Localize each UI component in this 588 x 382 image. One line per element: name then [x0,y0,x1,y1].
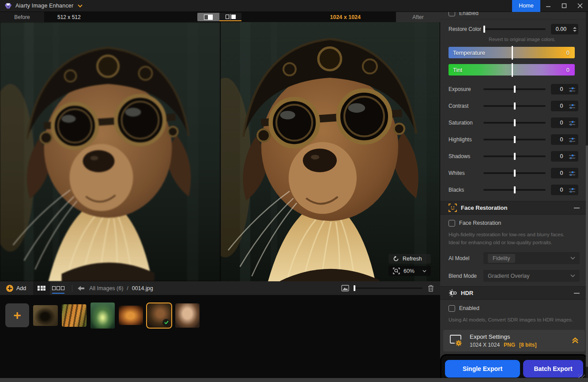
before-size-label: 512 x 512 [57,14,81,20]
after-tab[interactable]: After [396,12,440,22]
export-settings-card[interactable]: Export Settings 1024 X 1024 PNG [8 bits] [443,330,585,352]
restore-color-value[interactable]: 0.00 [551,24,571,34]
face-restoration-checkbox[interactable] [449,220,455,227]
chevron-down-icon [570,274,575,277]
slider-row-contrast: Contrast 0 [440,98,588,114]
hdr-enabled-checkbox[interactable] [449,305,455,312]
fine-adjust-icon[interactable] [569,188,575,193]
add-image-tile[interactable]: + [5,303,29,327]
highlights-slider[interactable] [483,139,546,140]
back-arrow-icon[interactable] [78,286,85,291]
after-image[interactable]: Refresh 60% [221,22,440,281]
before-tab[interactable]: Before [0,12,44,22]
grid-view-button[interactable] [33,281,50,295]
list-view-button[interactable] [50,281,67,295]
delete-button[interactable] [428,285,434,292]
highlights-value[interactable]: 0 [554,136,569,143]
ai-model-dropdown[interactable]: Fidelity [483,252,580,264]
maximize-button[interactable] [556,0,572,12]
home-button[interactable]: Home [512,0,540,12]
thumbnail-jar-forest[interactable] [90,303,115,329]
contrast-label: Contrast [449,103,483,109]
app-menu-chevron-icon[interactable] [78,4,83,8]
temperature-marker[interactable] [512,46,513,60]
fine-adjust-icon[interactable] [569,154,575,159]
export-settings-icon [449,334,464,347]
saturation-value[interactable]: 0 [554,120,569,126]
collapse-icon[interactable] [574,208,580,208]
saturation-slider[interactable] [483,122,546,124]
slider-row-shadows: Shadows 0 [440,148,588,165]
tint-marker[interactable] [512,63,513,77]
fine-adjust-icon[interactable] [569,121,575,125]
split-view-icon [204,15,213,20]
blacks-value[interactable]: 0 [554,187,569,193]
face-restoration-hint: High-fidelity restoration for low-res an… [449,227,580,247]
temperature-slider[interactable]: Temperature 0 [449,47,575,58]
slider-row-highlights: Highlights 0 [440,131,588,148]
slider-thumb[interactable] [354,285,355,291]
zoom-value: 60% [403,268,415,274]
thumbnail-portrait-woman[interactable] [175,303,200,328]
panel-scrollbar[interactable] [586,12,588,382]
before-image[interactable] [0,22,221,281]
single-export-button[interactable]: Single Export [445,360,520,378]
thumbnail-butterfly[interactable] [33,305,58,326]
thumbnail-dog-steampunk-selected[interactable] [147,303,171,328]
thumbnail-burger[interactable] [119,306,143,325]
split-view-button[interactable] [197,13,219,21]
fine-adjust-icon[interactable] [569,137,575,142]
close-button[interactable] [572,0,588,12]
color-adjust-enabled-checkbox[interactable] [449,12,455,16]
restore-color-row: Restore Color 0.00 [440,19,588,34]
zoom-control[interactable]: 60% [388,266,431,276]
slider-row-whites: Whites 0 [440,165,588,182]
minimize-button[interactable] [540,0,556,12]
blend-mode-dropdown[interactable]: Gradient Overlay [483,270,580,282]
zoom-magnifier-icon [393,268,400,274]
face-restoration-body: Face Restoration High-fidelity restorati… [440,215,588,284]
titlebar: Aiarty Image Enhancer Home [0,0,588,12]
tint-slider[interactable]: Tint 0 [449,64,575,76]
contrast-value[interactable]: 0 [554,103,569,109]
refresh-button[interactable]: Refresh [388,254,431,264]
shadows-slider[interactable] [483,155,546,157]
export-format: PNG [504,342,515,348]
blacks-slider[interactable] [483,189,546,191]
thumbnail-size-slider[interactable] [353,287,422,289]
face-restoration-title: Face Restoration [461,204,570,211]
blend-mode-value: Gradient Overlay [488,273,529,279]
grid-view-icon [38,286,45,291]
export-settings-texts: Export Settings 1024 X 1024 PNG [8 bits] [470,333,565,348]
add-button[interactable]: Add [0,285,33,292]
face-restoration-header[interactable]: Face Restoration [440,201,588,214]
hdr-hint: Using AI models, Convert SDR images to H… [449,312,580,324]
shadows-value[interactable]: 0 [554,153,569,159]
face-restoration-checkbox-label: Face Restoration [459,220,501,226]
exposure-slider[interactable] [483,88,546,90]
whites-value[interactable]: 0 [554,170,569,176]
exposure-value[interactable]: 0 [554,86,569,92]
contrast-slider[interactable] [483,105,546,107]
color-adjust-enabled-label: Enabled [459,12,479,16]
temperature-value: 0 [566,49,569,56]
whites-slider[interactable] [483,172,546,174]
scrollbar-thumb[interactable] [586,145,588,367]
temperature-label: Temperature [449,49,485,56]
batch-export-button[interactable]: Batch Export [523,360,583,378]
hdr-header[interactable]: HDR [440,286,588,299]
restore-color-stepper[interactable] [571,24,578,34]
thumbnail-tiger[interactable] [62,304,87,327]
highlights-label: Highlights [449,136,483,143]
side-by-side-view-button[interactable] [219,13,241,21]
fine-adjust-icon[interactable] [569,87,575,92]
breadcrumb-all-images[interactable]: All Images (6) [89,285,123,291]
collapse-icon[interactable] [574,293,580,294]
adjustments-panel: Enabled Restore Color 0.00 Revert to ori… [440,12,588,382]
fine-adjust-icon[interactable] [569,171,575,176]
compare-canvas: Refresh 60% [0,22,440,281]
restore-color-slider[interactable] [483,28,546,30]
slider-thumb[interactable] [483,26,485,33]
fine-adjust-icon[interactable] [569,104,575,109]
expand-up-icon[interactable] [572,337,579,344]
